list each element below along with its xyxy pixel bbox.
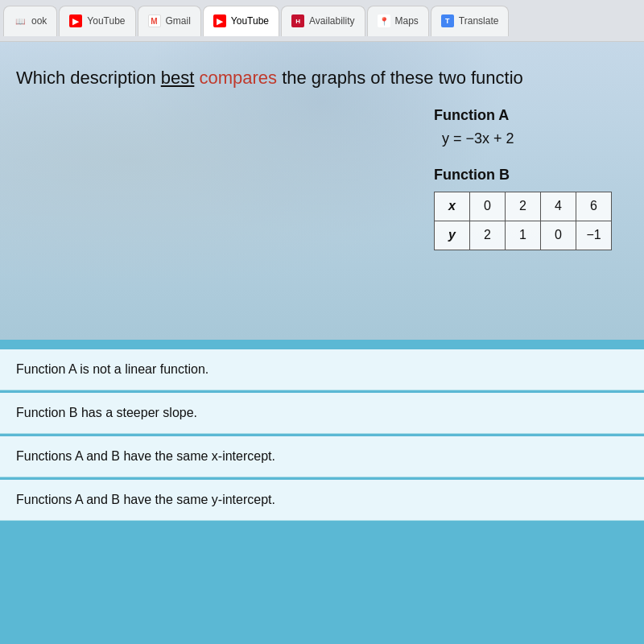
function-b-section: Function B x 0 2 4 6 y 2 1 0 −1	[434, 167, 612, 250]
maps-icon: 📍	[378, 14, 390, 27]
table-cell-y-0: 0	[541, 221, 576, 250]
tab-gmail[interactable]: M Gmail	[138, 6, 201, 36]
tab-availability[interactable]: H Availability	[281, 6, 365, 36]
function-a-label: Function A	[434, 107, 612, 124]
answer-a-text: Function A is not a linear function.	[16, 362, 208, 376]
answers-section: Function A is not a linear function. Fun…	[0, 340, 644, 644]
tab-youtube2[interactable]: ▶ YouTube	[203, 6, 279, 36]
answer-d-text: Functions A and B have the same y-interc…	[16, 493, 275, 506]
function-b-label: Function B	[434, 167, 612, 184]
tab-maps[interactable]: 📍 Maps	[367, 6, 429, 36]
question-underline: best	[161, 68, 195, 88]
table-row-y: y 2 1 0 −1	[435, 221, 612, 250]
tab-translate[interactable]: T Translate	[431, 6, 510, 36]
table-cell-x-2: 2	[506, 192, 541, 221]
answer-option-d[interactable]: Functions A and B have the same y-interc…	[0, 480, 644, 521]
question-part1: Which description	[16, 68, 161, 88]
tab-maps-label: Maps	[395, 15, 419, 27]
tab-translate-label: Translate	[459, 15, 499, 27]
table-cell-y-1: 1	[506, 221, 541, 250]
function-a-equation: y = −3x + 2	[442, 130, 612, 147]
tab-book[interactable]: 📖 ook	[3, 6, 57, 36]
book-icon: 📖	[14, 14, 27, 27]
answer-c-text: Functions A and B have the same x-interc…	[16, 449, 275, 463]
tab-youtube1[interactable]: ▶ YouTube	[59, 6, 135, 36]
table-cell-x-6: 6	[576, 192, 612, 221]
youtube1-icon: ▶	[69, 14, 82, 27]
question-red: compares	[199, 68, 277, 88]
table-row-x: x 0 2 4 6	[435, 192, 612, 221]
answer-option-b[interactable]: Function B has a steeper slope.	[0, 393, 644, 434]
tab-bar: 📖 ook ▶ YouTube M Gmail ▶ YouTube H Avai…	[0, 0, 644, 42]
tab-youtube1-label: YouTube	[87, 15, 125, 27]
tab-availability-label: Availability	[309, 15, 354, 27]
availability-icon: H	[291, 14, 304, 27]
table-cell-y-neg1: −1	[576, 221, 612, 250]
question-text: Which description best compares the grap…	[16, 66, 628, 91]
youtube2-icon: ▶	[213, 14, 226, 27]
function-a-section: Function A y = −3x + 2	[434, 107, 612, 147]
table-cell-x-0: 0	[470, 192, 506, 221]
question-area: Which description best compares the grap…	[0, 42, 644, 340]
gmail-icon: M	[148, 14, 161, 27]
translate-icon: T	[441, 14, 454, 27]
tab-book-label: ook	[31, 15, 47, 27]
function-b-table: x 0 2 4 6 y 2 1 0 −1	[434, 192, 612, 250]
table-cell-x-4: 4	[541, 192, 576, 221]
table-cell-y-2: 2	[470, 221, 506, 250]
table-cell-x-header: x	[435, 192, 470, 221]
main-content: Which description best compares the grap…	[0, 42, 644, 644]
tab-gmail-label: Gmail	[166, 15, 191, 27]
question-part3: the graphs of these two functio	[277, 68, 523, 88]
answer-option-a[interactable]: Function A is not a linear function.	[0, 349, 644, 390]
answer-option-c[interactable]: Functions A and B have the same x-interc…	[0, 436, 644, 477]
answer-b-text: Function B has a steeper slope.	[16, 406, 197, 419]
tab-youtube2-label: YouTube	[231, 15, 269, 27]
table-cell-y-header: y	[435, 221, 470, 250]
function-content: Function A y = −3x + 2 Function B x 0 2 …	[434, 107, 612, 250]
